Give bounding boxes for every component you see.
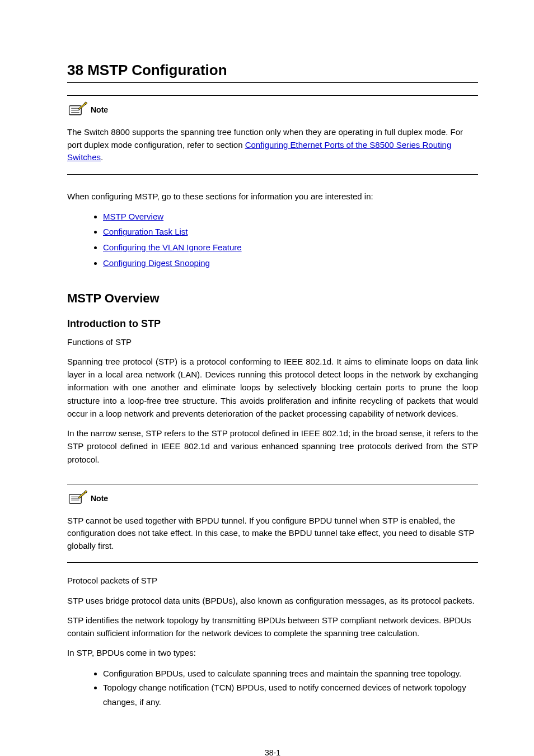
list-item: Topology change notification (TCN) BPDUs…: [103, 680, 478, 709]
toc-list: MSTP Overview Configuration Task List Co…: [67, 209, 478, 271]
list-item: Configuration BPDUs, used to calculate s…: [103, 666, 478, 681]
protocol-heading: Protocol packets of STP: [67, 574, 478, 587]
toc-intro: When configuring MSTP, go to these secti…: [67, 192, 478, 201]
protocol-p1: STP uses bridge protocol data units (BPD…: [67, 594, 478, 607]
note-block-1: Note The Switch 8800 supports the spanni…: [67, 96, 478, 174]
note-body-2: STP cannot be used together with BPDU tu…: [67, 515, 478, 553]
page-number: 38-1: [67, 748, 478, 756]
protocol-p3: In STP, BPDUs come in two types:: [67, 646, 478, 659]
chapter-number: 38: [67, 62, 83, 78]
funcs-heading: Functions of STP: [67, 335, 478, 348]
stp-desc-1: Spanning tree protocol (STP) is a protoc…: [67, 355, 478, 420]
divider: [67, 174, 478, 175]
note-block-2: Note STP cannot be used together with BP…: [67, 484, 478, 563]
toc-link-digest-snooping[interactable]: Configuring Digest Snooping: [103, 258, 210, 268]
note-body-1: The Switch 8800 supports the spanning tr…: [67, 126, 478, 164]
note-label: Note: [91, 105, 108, 114]
chapter-title-text: MSTP Configuration: [87, 62, 227, 78]
note-label: Note: [91, 494, 108, 503]
stp-desc-2: In the narrow sense, STP refers to the S…: [67, 427, 478, 466]
protocol-p2: STP identifies the network topology by t…: [67, 614, 478, 640]
note1-text-b: .: [101, 152, 103, 162]
toc-link-config-task-list[interactable]: Configuration Task List: [103, 227, 188, 236]
toc-link-mstp-overview[interactable]: MSTP Overview: [103, 212, 163, 221]
note-icon: [67, 101, 87, 118]
chapter-title: 38 MSTP Configuration: [67, 62, 478, 83]
note-icon: [67, 490, 87, 507]
toc-link-vlan-ignore[interactable]: Configuring the VLAN Ignore Feature: [103, 242, 242, 252]
section-title-mstp-overview: MSTP Overview: [67, 291, 478, 306]
bpdu-types-list: Configuration BPDUs, used to calculate s…: [67, 666, 478, 710]
sub-title-intro-stp: Introduction to STP: [67, 318, 478, 330]
